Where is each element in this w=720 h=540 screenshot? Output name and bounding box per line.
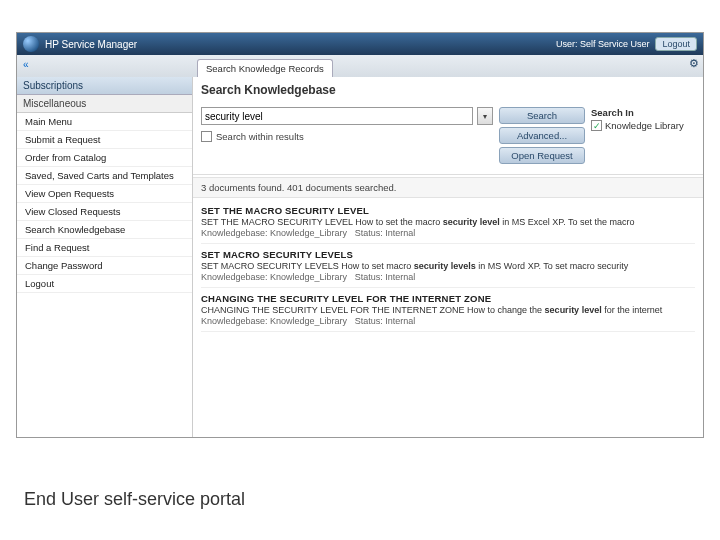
sidebar-item-change-password[interactable]: Change Password [17,257,192,275]
result-item[interactable]: SET MACRO SECURITY LEVELS SET MACRO SECU… [201,244,695,288]
divider [193,174,703,175]
user-label: User: Self Service User [556,39,650,49]
result-title: CHANGING THE SECURITY LEVEL FOR THE INTE… [201,293,695,304]
open-request-button[interactable]: Open Request [499,147,585,164]
chevron-down-icon[interactable]: ▾ [477,107,493,125]
sidebar: Subscriptions Miscellaneous Main Menu Su… [17,77,193,437]
result-item[interactable]: SET THE MACRO SECURITY LEVEL SET THE MAC… [201,200,695,244]
sidebar-item-view-closed[interactable]: View Closed Requests [17,203,192,221]
result-summary: SET MACRO SECURITY LEVELS How to set mac… [201,261,695,271]
tab-bar: « Search Knowledge Records ⚙ [17,55,703,77]
sidebar-item-view-open[interactable]: View Open Requests [17,185,192,203]
result-meta: Knowledgebase: Knowledge_Library Status:… [201,316,695,326]
sidebar-section-misc[interactable]: Miscellaneous [17,95,192,113]
hp-logo-icon [23,36,39,52]
results-count: 3 documents found. 401 documents searche… [193,177,703,198]
results-list: SET THE MACRO SECURITY LEVEL SET THE MAC… [193,198,703,334]
collapse-sidebar-icon[interactable]: « [23,59,29,70]
search-within-label: Search within results [216,131,304,142]
logout-button[interactable]: Logout [655,37,697,51]
result-summary: CHANGING THE SECURITY LEVEL FOR THE INTE… [201,305,695,315]
search-in-checkbox[interactable]: ✓ [591,120,602,131]
sidebar-item-submit-request[interactable]: Submit a Request [17,131,192,149]
advanced-button[interactable]: Advanced... [499,127,585,144]
result-summary: SET THE MACRO SECURITY LEVEL How to set … [201,217,695,227]
main-panel: Search Knowledgebase ▾ Search within res… [193,77,703,437]
result-title: SET THE MACRO SECURITY LEVEL [201,205,695,216]
result-title: SET MACRO SECURITY LEVELS [201,249,695,260]
sidebar-item-main-menu[interactable]: Main Menu [17,113,192,131]
sidebar-item-order-catalog[interactable]: Order from Catalog [17,149,192,167]
sidebar-section-subscriptions[interactable]: Subscriptions [17,77,192,95]
result-meta: Knowledgebase: Knowledge_Library Status:… [201,272,695,282]
tab-search-knowledge-records[interactable]: Search Knowledge Records [197,59,333,77]
result-item[interactable]: CHANGING THE SECURITY LEVEL FOR THE INTE… [201,288,695,332]
sidebar-item-find-request[interactable]: Find a Request [17,239,192,257]
search-button[interactable]: Search [499,107,585,124]
page-title: Search Knowledgebase [193,77,703,103]
search-input[interactable] [201,107,473,125]
titlebar: HP Service Manager User: Self Service Us… [17,33,703,55]
sidebar-item-search-kb[interactable]: Search Knowledgebase [17,221,192,239]
sidebar-item-logout[interactable]: Logout [17,275,192,293]
hp-service-manager-window: HP Service Manager User: Self Service Us… [16,32,704,438]
search-in-item-label: Knowledge Library [605,120,684,131]
search-within-checkbox[interactable] [201,131,212,142]
gear-icon[interactable]: ⚙ [689,57,699,70]
app-title: HP Service Manager [45,39,137,50]
search-in-title: Search In [591,107,695,118]
result-meta: Knowledgebase: Knowledge_Library Status:… [201,228,695,238]
slide-caption: End User self-service portal [24,489,245,510]
sidebar-item-saved-carts[interactable]: Saved, Saved Carts and Templates [17,167,192,185]
